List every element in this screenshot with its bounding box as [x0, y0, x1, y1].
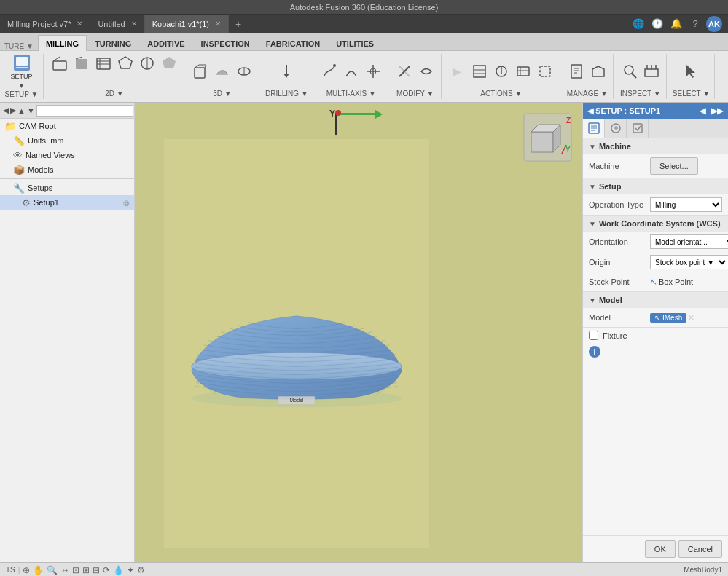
sidebar-item-models[interactable]: 📦 Models: [0, 162, 134, 177]
panel-tab-3[interactable]: [627, 119, 649, 138]
machine-field: Machine Select...: [583, 154, 728, 178]
tab-icon-bell[interactable]: 🔔: [668, 16, 684, 32]
bottom-icon-target[interactable]: ⊕: [23, 565, 30, 575]
3d-btn-3[interactable]: [234, 62, 254, 81]
tab-untitled[interactable]: Untitled ✕: [90, 15, 144, 33]
setup-button[interactable]: SETUP ▼: [8, 54, 36, 89]
tab-icon-user[interactable]: AK: [706, 16, 722, 32]
operation-type-select[interactable]: Milling Turning Jet Cutting: [650, 197, 722, 212]
bottom-icon-pan[interactable]: ↔: [60, 565, 69, 575]
drilling-group-label: DRILLING ▼: [265, 88, 308, 99]
fixture-checkbox[interactable]: [589, 331, 598, 340]
ribbon-tab-additive[interactable]: ADDITIVE: [139, 35, 192, 51]
svg-marker-50: [686, 65, 695, 78]
tab-icon-clock[interactable]: 🕐: [649, 16, 665, 32]
machine-section-header[interactable]: ▼ Machine: [583, 138, 728, 154]
actions-btn-1[interactable]: ▶: [447, 62, 468, 81]
sidebar-fwd-btn[interactable]: ▶: [10, 104, 16, 117]
view-cube-container[interactable]: Z Y: [520, 110, 575, 165]
y-axis-label: Y: [329, 109, 335, 119]
tab-kobachi-close[interactable]: ✕: [215, 20, 221, 28]
2d-btn-4[interactable]: [115, 54, 136, 73]
bottom-icon-box2[interactable]: ⊞: [82, 565, 90, 575]
bottom-icon-zoom[interactable]: 🔍: [47, 565, 58, 575]
setup-triangle: ▼: [589, 183, 596, 191]
ribbon-tab-utilities[interactable]: UTILITIES: [328, 35, 382, 51]
panel-expand-btn[interactable]: ▶▶: [711, 104, 724, 117]
machine-select-btn[interactable]: Select...: [650, 157, 698, 175]
tab-milling-close[interactable]: ✕: [77, 20, 82, 28]
wcs-section-header[interactable]: ▼ Work Coordinate System (WCS): [583, 216, 728, 232]
modify-btn-1[interactable]: [394, 62, 415, 81]
tab-icon-globe[interactable]: 🌐: [630, 16, 646, 32]
sidebar-down-btn[interactable]: ▼: [27, 104, 35, 117]
ribbon-tab-inspection[interactable]: INSPECTION: [193, 35, 258, 51]
orientation-select[interactable]: Model orientat... Select Z axis/plane...: [650, 234, 728, 249]
model-section-header[interactable]: ▼ Model: [583, 292, 728, 308]
sidebar-up-btn[interactable]: ▲: [17, 104, 26, 117]
multiaxis-group-label: MULTI-AXIS ▼: [326, 88, 376, 99]
tab-icon-question[interactable]: ?: [687, 16, 703, 32]
sidebar-item-camroot[interactable]: 📁 CAM Root: [0, 119, 134, 133]
sidebar-item-namedviews[interactable]: 👁 Named Views: [0, 148, 134, 162]
2d-btn-2[interactable]: [71, 54, 92, 73]
actions-btn-4[interactable]: [513, 62, 533, 81]
actions-btn-5[interactable]: [535, 62, 555, 81]
2d-btn-5[interactable]: [137, 54, 157, 73]
ribbon-tab-turning[interactable]: TURNING: [87, 35, 139, 51]
origin-select[interactable]: Stock box point ▼ Model origin: [650, 255, 728, 269]
sidebar-back-btn[interactable]: ◀: [3, 104, 9, 117]
bottom-icon-drop[interactable]: 💧: [113, 565, 124, 575]
tab-kobachi[interactable]: Kobachi1 v1*(1) ✕: [145, 15, 229, 33]
units-icon: 📏: [13, 135, 25, 146]
bottom-icon-hand[interactable]: ✋: [33, 565, 44, 575]
2d-btn-3[interactable]: [93, 54, 114, 73]
multiaxis-btn-2[interactable]: [341, 62, 361, 81]
2d-btn-1[interactable]: [50, 54, 70, 73]
tab-milling[interactable]: Milling Project v7* ✕: [0, 15, 90, 33]
bottom-icon-gear[interactable]: ⚙: [137, 565, 145, 575]
sidebar-item-units[interactable]: 📏 Units: mm: [0, 133, 134, 148]
panel-collapse-btn[interactable]: ◀: [696, 104, 709, 117]
bottom-icon-box1[interactable]: ⊡: [72, 565, 79, 575]
viewport[interactable]: Y: [135, 103, 582, 562]
inspect-btn-2[interactable]: [641, 62, 662, 81]
svg-point-44: [625, 66, 633, 74]
ribbon-group-drilling: DRILLING ▼: [261, 54, 313, 99]
ribbon-tab-milling[interactable]: MILLING: [38, 35, 87, 51]
manage-btn-1[interactable]: [566, 62, 587, 81]
multiaxis-btn-3[interactable]: [363, 62, 383, 81]
panel-tab-1[interactable]: [583, 119, 605, 138]
manage-btn-2[interactable]: [588, 62, 608, 81]
setup-section-header[interactable]: ▼ Setup: [583, 178, 728, 194]
sidebar-search-input[interactable]: [36, 105, 133, 117]
tab-untitled-close[interactable]: ✕: [131, 20, 137, 28]
ribbon-tab-fabrication[interactable]: FABRICATION: [258, 35, 328, 51]
bottom-icon-box3[interactable]: ⊟: [93, 565, 100, 575]
bottom-icon-rotate[interactable]: ⟳: [103, 565, 110, 575]
actions-btn-3[interactable]: [491, 62, 512, 81]
2d-btn-6[interactable]: [159, 54, 179, 73]
3d-btn-2[interactable]: [212, 62, 232, 81]
modify-btn-2[interactable]: [416, 62, 437, 81]
x-axis-arrow: [337, 113, 377, 115]
inspect-btn-1[interactable]: [619, 62, 640, 81]
models-icon: 📦: [13, 165, 25, 175]
sidebar-item-setup1-label: Setup1: [34, 198, 59, 207]
actions-btn-2[interactable]: [469, 62, 490, 81]
multiaxis-btn-1[interactable]: [319, 62, 340, 81]
cancel-button[interactable]: Cancel: [678, 540, 722, 558]
model-badge-close-btn[interactable]: ✕: [688, 313, 694, 323]
sidebar-item-setups[interactable]: 🔧 Setups: [0, 181, 134, 195]
panel-tab-2[interactable]: [605, 119, 627, 138]
bottom-icon-star[interactable]: ✦: [127, 565, 134, 575]
panel-header: ◀ SETUP : SETUP1 ◀ ▶▶: [583, 103, 728, 119]
panel-section-model: ▼ Model Model ↖ IMesh ✕: [583, 292, 728, 328]
ok-button[interactable]: OK: [645, 540, 676, 558]
new-tab-button[interactable]: +: [229, 15, 248, 33]
sidebar-item-setup1[interactable]: ⚙ Setup1 ◎: [0, 195, 134, 210]
info-icon: i: [589, 346, 600, 358]
drilling-btn[interactable]: [276, 62, 297, 81]
3d-btn-1[interactable]: [190, 62, 211, 81]
select-btn[interactable]: [681, 62, 702, 81]
